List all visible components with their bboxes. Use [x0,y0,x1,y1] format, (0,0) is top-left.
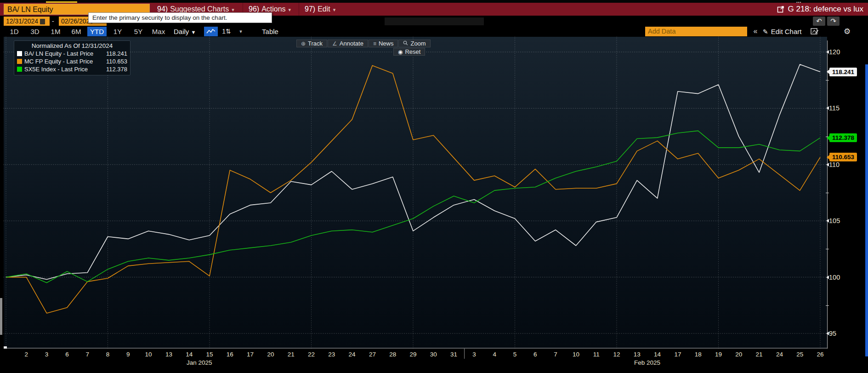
edit-chart-button[interactable]: ✎Edit Chart [763,27,801,36]
legend-value: 118.241 [106,50,127,57]
series-line-ba-ln[interactable] [6,64,820,280]
x-tick-label: 16 [223,351,237,358]
reset-dot-icon: ◉ [398,49,403,55]
x-tick-label: 7 [549,351,562,358]
y-tick-minor [826,193,829,193]
x-tick-label: 11 [590,351,603,358]
x-tick-label: 27 [365,351,379,358]
pencil-icon: ✎ [763,28,768,35]
table-button[interactable]: Table [255,27,285,36]
tick-arrow-icon [826,163,829,166]
menu-edit[interactable]: 97)Edit▾ [299,3,340,16]
angle-icon: ∠ [332,40,337,47]
x-tick-label: 4 [488,351,501,358]
x-tick-label: 13 [162,351,176,358]
undo-button[interactable]: ↶ [813,17,825,26]
calendar-icon[interactable] [40,19,45,24]
chart-annotate-icon[interactable] [811,28,819,35]
month-label: Feb 2025 [626,359,668,366]
y-tick-label: 95 [829,330,836,337]
collapse-panel-button[interactable]: « [749,27,761,36]
x-tick-label: 17 [671,351,685,358]
start-date-field[interactable]: 12/31/2024 [4,17,50,26]
x-tick-label: 8 [101,351,115,358]
tag-notch [827,69,830,75]
y-tick-label: 105 [829,217,840,224]
legend-label: SX5E Index - Last Price [24,66,106,73]
range-1y[interactable]: 1Y [108,27,127,36]
zoom-button[interactable]: Zoom [398,40,430,47]
tick-arrow-icon [826,50,829,54]
range-max[interactable]: Max [148,27,169,36]
x-tick-label: 7 [80,351,94,358]
legend-item-ba[interactable]: BA/ LN Equity - Last Price 118.241 [17,50,127,57]
x-tick-label: 21 [284,351,298,358]
menu-number: 96) [249,5,259,13]
series-swatch [17,59,22,64]
range-5y[interactable]: 5Y [129,27,148,36]
open-window-icon[interactable] [777,6,784,13]
x-tick-label: 5 [508,351,522,358]
range-3d[interactable]: 3D [25,27,45,36]
chevron-down-icon: ▾ [289,7,291,12]
x-tick-label: 23 [325,351,339,358]
y-tick-label: 120 [829,48,840,56]
x-tick-label: 10 [569,351,583,358]
range-1d[interactable]: 1D [5,27,24,36]
frequency-dropdown[interactable]: Daily ▼ [170,27,199,36]
x-tick-label: 9 [121,351,135,358]
x-tick-label: 25 [793,351,807,358]
reset-button[interactable]: ◉Reset [393,48,425,56]
x-tick-label: 3 [467,351,481,358]
tick-arrow-icon [826,332,829,335]
x-tick-label: 2 [19,351,33,358]
x-tick-label: 10 [142,351,155,358]
chart-plot-area[interactable] [4,37,827,349]
x-tick-label: 13 [630,351,644,358]
add-data-input[interactable]: Add Data [645,27,747,36]
legend-value: 110.653 [106,58,127,65]
left-edge-handle[interactable] [0,298,2,335]
range-toolbar: 1D 3D 1M 6M YTD 1Y 5Y Max Daily ▼ 1⇅ ▾ T… [0,26,868,37]
x-tick-label: 19 [712,351,726,358]
legend-item-sx5e[interactable]: SX5E Index - Last Price 112.378 [17,65,127,73]
range-6m[interactable]: 6M [67,27,86,36]
last-price-tag: 118.241 [829,68,857,76]
range-1m[interactable]: 1M [46,27,65,36]
redo-button[interactable]: ↷ [827,17,840,26]
x-tick-label: 30 [426,351,440,358]
x-tick-label: 22 [305,351,318,358]
chevron-down-icon: ▼ [191,29,196,35]
menu-label: Actions [261,5,285,13]
tick-arrow-icon [826,106,829,110]
chart-type-dropdown[interactable]: ▾ [235,27,246,36]
range-ytd[interactable]: YTD [87,27,107,36]
x-tick-label: 6 [528,351,542,358]
menu-label: Edit [318,5,330,13]
legend-item-mc[interactable]: MC FP Equity - Last Price 110.653 [17,57,127,65]
tag-notch [827,135,830,141]
legend-label: MC FP Equity - Last Price [24,58,106,65]
line-chart-icon [206,29,216,34]
line-chart-type-button[interactable] [204,27,218,36]
y-tick-label: 115 [829,104,840,112]
x-tick-label: 20 [264,351,278,358]
annotate-button[interactable]: ∠Annotate [328,40,368,47]
news-button[interactable]: ≡News [369,40,398,47]
secondary-controls-placeholder [385,17,484,25]
x-tick-label: 24 [345,351,359,358]
window-edge-strip [865,64,868,356]
x-tick-label: 3 [40,351,54,358]
legend-value: 112.378 [106,66,127,73]
axis-compare-button[interactable]: 1⇅ [220,27,233,36]
axis-drag-handle[interactable] [4,346,7,349]
chart-canvas[interactable] [4,37,827,349]
month-separator-tick [464,349,465,359]
chart-title: G 218: defence vs lux [777,3,863,16]
x-tick-label: 21 [752,351,766,358]
gear-icon[interactable]: ⚙ [844,27,851,36]
x-tick-label: 24 [772,351,786,358]
chart-tools-toolbar: ⊕Track ∠Annotate ≡News Zoom [296,40,431,47]
x-tick-label: 14 [651,351,664,358]
track-button[interactable]: ⊕Track [296,40,327,47]
